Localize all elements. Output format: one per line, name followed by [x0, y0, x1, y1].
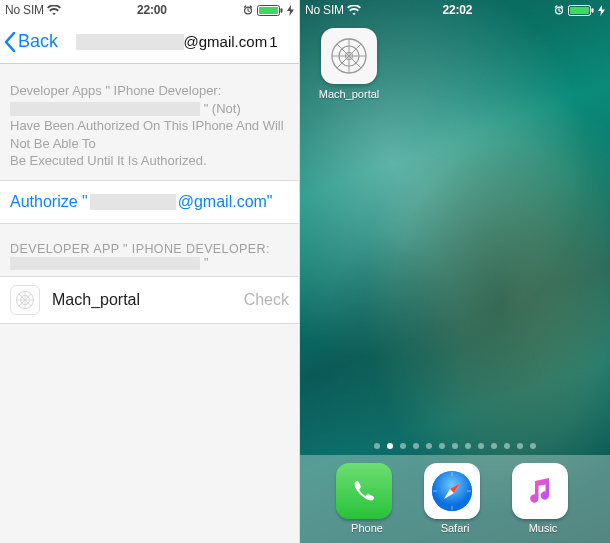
- info-line4: Be Executed Until It Is Authorized.: [10, 153, 207, 168]
- page-dot[interactable]: [439, 443, 445, 449]
- info-line3: Have Been Authorized On This IPhone And …: [10, 118, 284, 151]
- page-dot[interactable]: [517, 443, 523, 449]
- app-icon-placeholder: [10, 285, 40, 315]
- page-dot[interactable]: [491, 443, 497, 449]
- page-dot[interactable]: [504, 443, 510, 449]
- authorize-prefix: Authorize ": [10, 193, 88, 211]
- time-label: 22:02: [443, 3, 473, 17]
- status-bar-right: No SIM 22:02: [300, 0, 610, 20]
- settings-profile-screen: No SIM 22:00 Back @gmail.com 1: [0, 0, 300, 543]
- home-app-mach-portal[interactable]: Mach_portal: [318, 28, 380, 100]
- page-dot[interactable]: [413, 443, 419, 449]
- page-dot[interactable]: [400, 443, 406, 449]
- page-dot[interactable]: [374, 443, 380, 449]
- music-icon: [512, 463, 568, 519]
- svg-rect-2: [280, 8, 282, 12]
- title-domain: @gmail.com: [184, 33, 268, 50]
- page-dot[interactable]: [387, 443, 393, 449]
- app-name-label: Mach_portal: [52, 291, 140, 309]
- page-dot[interactable]: [452, 443, 458, 449]
- wifi-icon: [347, 5, 361, 16]
- page-dot[interactable]: [426, 443, 432, 449]
- redacted-developer-name: [10, 102, 200, 116]
- status-bar-left: No SIM 22:00: [0, 0, 299, 20]
- dock-app-phone[interactable]: Phone: [336, 463, 398, 534]
- phone-icon: [336, 463, 392, 519]
- info-line2-suffix: " (Not): [204, 101, 241, 116]
- charging-icon: [598, 5, 605, 16]
- back-button[interactable]: Back: [4, 31, 58, 52]
- svg-rect-9: [570, 7, 589, 14]
- page-indicator[interactable]: [300, 443, 610, 449]
- authorize-suffix: @gmail.com": [178, 193, 273, 211]
- page-dot[interactable]: [478, 443, 484, 449]
- title-count: 1: [269, 33, 277, 50]
- svg-rect-8: [591, 8, 593, 12]
- redacted-email-authorize: [90, 194, 176, 210]
- mach-portal-icon: [321, 28, 377, 84]
- page-dot[interactable]: [530, 443, 536, 449]
- app-row-mach-portal[interactable]: Mach_portal Check: [0, 276, 299, 324]
- time-label: 22:00: [137, 3, 167, 17]
- page-title: @gmail.com 1: [58, 33, 295, 50]
- safari-icon: [424, 463, 480, 519]
- battery-icon: [568, 5, 594, 16]
- carrier-label: No SIM: [305, 3, 344, 17]
- svg-rect-3: [259, 7, 278, 14]
- home-screen: No SIM 22:02 Mach_portal: [300, 0, 610, 543]
- dock-label-safari: Safari: [424, 522, 486, 534]
- info-line1: Developer Apps " IPhone Developer:: [10, 83, 221, 98]
- redacted-developer-section: [10, 257, 200, 270]
- home-app-label: Mach_portal: [318, 88, 380, 100]
- developer-info-text: Developer Apps " IPhone Developer: " (No…: [0, 64, 299, 180]
- app-status-label: Check: [244, 291, 289, 309]
- dock-app-safari[interactable]: Safari: [424, 463, 486, 534]
- redacted-email-user: [76, 34, 184, 50]
- carrier-label: No SIM: [5, 3, 44, 17]
- back-label: Back: [18, 31, 58, 52]
- nav-header: Back @gmail.com 1: [0, 20, 299, 64]
- wifi-icon: [47, 5, 61, 16]
- chevron-left-icon: [4, 32, 16, 52]
- alarm-icon: [243, 5, 253, 15]
- alarm-icon: [554, 5, 564, 15]
- dock-label-music: Music: [512, 522, 574, 534]
- section-prefix: DEVELOPER APP " IPHONE DEVELOPER:: [10, 242, 270, 256]
- charging-icon: [287, 5, 294, 16]
- page-dot[interactable]: [465, 443, 471, 449]
- dock-label-phone: Phone: [336, 522, 398, 534]
- dock: Phone Safari Music: [300, 455, 610, 543]
- dock-app-music[interactable]: Music: [512, 463, 574, 534]
- section-header-developer-app: DEVELOPER APP " IPHONE DEVELOPER: ": [0, 224, 299, 276]
- authorize-button[interactable]: Authorize " @gmail.com": [0, 180, 299, 224]
- battery-icon: [257, 5, 283, 16]
- section-suffix: ": [204, 256, 209, 270]
